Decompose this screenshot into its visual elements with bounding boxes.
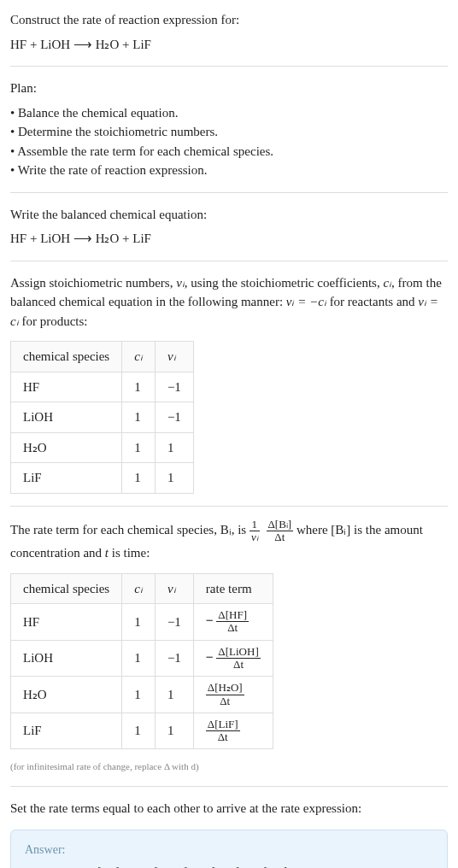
- frac-den: Δt: [206, 731, 240, 743]
- cell-nu: 1: [155, 713, 193, 749]
- plan-item: Determine the stoichiometric numbers.: [10, 122, 448, 142]
- cell-c: 1: [122, 372, 156, 402]
- stoich-text: for reactants and: [326, 295, 418, 308]
- c-i-header: cᵢ: [134, 582, 143, 595]
- rate-term-text: The rate term for each chemical species,…: [10, 523, 250, 537]
- cell-term: − Δ[LiOH] Δt: [193, 640, 273, 677]
- intro-prompt: Construct the rate of reaction expressio…: [10, 10, 448, 30]
- rate-table: chemical species cᵢ νᵢ rate term HF 1 −1…: [10, 573, 273, 750]
- plan-item: Write the rate of reaction expression.: [10, 161, 448, 180]
- cell-c: 1: [122, 432, 156, 463]
- cell-species: H₂O: [11, 677, 122, 713]
- table-row: LiOH 1 −1: [11, 402, 194, 433]
- col-c: cᵢ: [122, 573, 156, 604]
- table-row: LiF 1 1 Δ[LiF] Δt: [11, 713, 273, 749]
- nu-i-header: νᵢ: [167, 582, 176, 595]
- frac-one-over-nu: 1 νᵢ: [250, 519, 260, 544]
- cell-c: 1: [122, 640, 156, 677]
- frac-num: Δ[LiOH]: [216, 646, 260, 659]
- table-row: LiOH 1 −1 − Δ[LiOH] Δt: [11, 640, 273, 677]
- frac-den-text: νᵢ: [251, 531, 258, 543]
- stoich-rel: νᵢ = −cᵢ: [286, 295, 326, 308]
- cell-nu: 1: [155, 677, 193, 713]
- plan-item: Assemble the rate term for each chemical…: [10, 142, 448, 161]
- frac-den: Δt: [267, 531, 294, 543]
- term-frac: Δ[H₂O] Δt: [206, 682, 244, 707]
- divider: [10, 786, 448, 787]
- c-i: cᵢ: [383, 276, 391, 290]
- cell-nu: 1: [155, 432, 193, 463]
- term-frac: Δ[HF] Δt: [216, 609, 249, 635]
- infinitesimal-note: (for infinitesimal rate of change, repla…: [10, 760, 448, 774]
- plan-list: Balance the chemical equation. Determine…: [10, 103, 448, 180]
- final-lead: Set the rate terms equal to each other t…: [10, 799, 448, 818]
- rate-term-intro: The rate term for each chemical species,…: [10, 519, 448, 563]
- cell-nu: −1: [155, 402, 193, 433]
- stoich-text: , using the stoichiometric coefficients,: [185, 276, 384, 290]
- stoich-text: Assign stoichiometric numbers,: [10, 276, 176, 290]
- cell-species: HF: [11, 604, 122, 641]
- frac-den: νᵢ: [250, 531, 260, 543]
- nu-i-header: νᵢ: [167, 349, 176, 363]
- col-nu: νᵢ: [155, 573, 193, 604]
- balanced-equation: HF + LiOH ⟶ H₂O + LiF: [10, 229, 448, 249]
- stoich-lead: Assign stoichiometric numbers, νᵢ, using…: [10, 273, 448, 331]
- balanced-lead: Write the balanced chemical equation:: [10, 205, 448, 225]
- frac-num: 1: [250, 519, 260, 531]
- table-header-row: chemical species cᵢ νᵢ: [11, 342, 194, 372]
- plan-heading: Plan:: [10, 79, 448, 98]
- table-row: LiF 1 1: [11, 463, 194, 494]
- cell-term: Δ[LiF] Δt: [193, 713, 273, 749]
- answer-box: Answer: rate = − Δ[HF] Δt = − Δ[LiOH] Δt…: [10, 830, 448, 868]
- frac-num: Δ[HF]: [216, 609, 249, 622]
- frac-den: Δt: [206, 695, 244, 707]
- stoich-text: for products:: [19, 314, 88, 328]
- divider: [10, 261, 448, 261]
- table-row: HF 1 −1 − Δ[HF] Δt: [11, 604, 273, 641]
- table-header-row: chemical species cᵢ νᵢ rate term: [11, 573, 273, 604]
- frac-num: Δ[LiF]: [206, 718, 240, 731]
- cell-c: 1: [122, 604, 156, 641]
- cell-term: − Δ[HF] Δt: [193, 604, 273, 641]
- term-frac: Δ[LiOH] Δt: [216, 646, 260, 672]
- cell-c: 1: [122, 402, 156, 433]
- col-nu: νᵢ: [155, 342, 193, 372]
- divider: [10, 66, 448, 67]
- stoich-table: chemical species cᵢ νᵢ HF 1 −1 LiOH 1 −1…: [10, 341, 194, 494]
- cell-species: LiF: [11, 463, 122, 494]
- cell-species: H₂O: [11, 432, 122, 463]
- cell-species: LiOH: [11, 640, 122, 677]
- table-row: H₂O 1 1 Δ[H₂O] Δt: [11, 677, 273, 713]
- frac-dB-over-dt: Δ[Bᵢ] Δt: [267, 519, 294, 544]
- cell-nu: −1: [155, 372, 193, 402]
- term-sign: −: [206, 649, 214, 664]
- col-species: chemical species: [11, 342, 122, 372]
- divider: [10, 506, 448, 507]
- table-row: HF 1 −1: [11, 372, 194, 402]
- rate-term-text: is time:: [109, 546, 150, 560]
- col-c: cᵢ: [122, 342, 156, 372]
- col-term: rate term: [193, 573, 273, 604]
- cell-c: 1: [122, 713, 156, 749]
- cell-c: 1: [122, 677, 156, 713]
- intro-equation: HF + LiOH ⟶ H₂O + LiF: [10, 35, 448, 55]
- cell-term: Δ[H₂O] Δt: [193, 677, 273, 713]
- cell-species: HF: [11, 372, 122, 402]
- frac-den: Δt: [216, 622, 249, 634]
- term-sign: −: [206, 613, 214, 627]
- plan-item: Balance the chemical equation.: [10, 103, 448, 123]
- term-frac: Δ[LiF] Δt: [206, 718, 240, 744]
- cell-nu: −1: [155, 604, 193, 641]
- frac-den: Δt: [216, 659, 260, 671]
- divider: [10, 192, 448, 193]
- frac-num: Δ[H₂O]: [206, 682, 244, 695]
- table-row: H₂O 1 1: [11, 432, 194, 463]
- cell-nu: −1: [155, 640, 193, 677]
- frac-num: Δ[Bᵢ]: [267, 519, 294, 531]
- c-i-header: cᵢ: [134, 349, 143, 363]
- nu-i: νᵢ: [176, 276, 185, 290]
- cell-nu: 1: [155, 463, 193, 494]
- col-species: chemical species: [11, 573, 122, 604]
- cell-c: 1: [122, 463, 156, 494]
- cell-species: LiOH: [11, 402, 122, 433]
